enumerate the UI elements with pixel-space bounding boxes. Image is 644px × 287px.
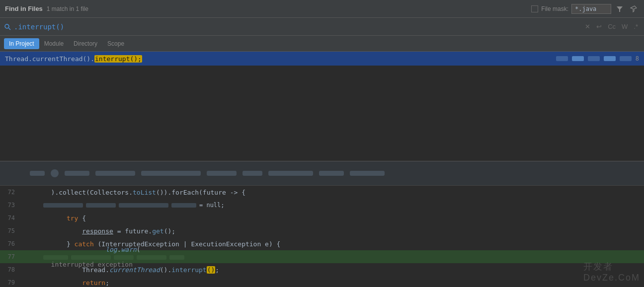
filter-icon[interactable] (614, 4, 625, 13)
blurred-divider (0, 161, 644, 186)
code-editor: 72 ).collect(Collectors.toList()).forEac… (0, 186, 644, 287)
toolbar-title: Find in Files (5, 5, 43, 12)
svg-point-1 (5, 24, 9, 28)
result-highlight: interrupt(); (94, 55, 142, 63)
result-meta: 8 (556, 55, 639, 62)
blur-block-3 (65, 171, 89, 176)
toolbar-right: File mask: (531, 4, 639, 14)
code-line-75: 75 response = future.get(); (0, 224, 644, 237)
result-code-prefix: Thread.currentThread().interrupt(); (5, 55, 142, 63)
line-num-79: 79 (0, 279, 20, 286)
meta-block-1 (556, 56, 568, 61)
tab-scope[interactable]: Scope (102, 38, 129, 49)
regex-button[interactable]: .* (632, 22, 640, 31)
line-content-74: try { (20, 215, 86, 222)
tab-module[interactable]: Module (39, 38, 69, 49)
line-content-79: return; (20, 279, 109, 287)
line-num-77: 77 (0, 253, 20, 260)
code-line-79: 79 return; (0, 276, 644, 287)
blur-block-1 (30, 171, 45, 176)
tab-directory[interactable]: Directory (69, 38, 102, 49)
line-num-73: 73 (0, 202, 20, 209)
line-num-75: 75 (0, 227, 20, 234)
line-num-72: 72 (0, 189, 20, 196)
file-mask-label: File mask: (541, 5, 568, 12)
file-mask-input[interactable] (571, 4, 611, 14)
tab-in-project[interactable]: In Project (4, 38, 39, 49)
clear-search-button[interactable]: ✕ (583, 22, 592, 31)
match-info: 1 match in 1 file (47, 5, 88, 12)
blur-block-2 (51, 169, 59, 177)
blur-block-10 (350, 171, 385, 176)
line-content-75: response = future.get(); (20, 227, 175, 235)
blur-block-5 (141, 171, 201, 176)
line-num-76: 76 (0, 240, 20, 247)
blur-block-7 (242, 171, 262, 176)
case-sensitive-button[interactable]: Cc (606, 22, 618, 31)
top-toolbar: Find in Files 1 match in 1 file File mas… (0, 0, 644, 18)
meta-block-4 (604, 56, 616, 61)
blur-block-6 (207, 171, 237, 176)
blur-block-4 (95, 171, 135, 176)
blur-block-8 (268, 171, 313, 176)
result-row[interactable]: Thread.currentThread().interrupt(); 8 (0, 52, 644, 66)
whole-word-button[interactable]: W (620, 22, 630, 31)
search-actions: ✕ ↩ Cc W .* (583, 22, 640, 31)
svg-line-2 (9, 28, 11, 30)
blur-block-9 (319, 171, 344, 176)
pin-icon[interactable] (628, 4, 639, 13)
line-content-78: Thread.currentThread().interrupt(); (20, 266, 219, 274)
scope-tabs: In Project Module Directory Scope (0, 36, 644, 52)
line-num-74: 74 (0, 215, 20, 221)
results-area: Thread.currentThread().interrupt(); 8 (0, 52, 644, 161)
meta-block-5 (620, 56, 632, 61)
replace-icon-button[interactable]: ↩ (594, 22, 604, 31)
search-magnifier-icon (4, 23, 11, 30)
result-line-num: 8 (636, 55, 639, 62)
search-input[interactable] (14, 23, 580, 31)
line-content-73: = null; (20, 194, 225, 216)
code-line-77: 77 log.warn( interrupted exception (0, 250, 644, 263)
line-num-78: 78 (0, 266, 20, 273)
meta-block-2 (572, 56, 584, 61)
meta-block-3 (588, 56, 600, 61)
file-mask-checkbox[interactable] (531, 5, 538, 12)
search-bar: ✕ ↩ Cc W .* (0, 18, 644, 36)
code-line-73: 73 = null; (0, 199, 644, 212)
svg-marker-0 (617, 6, 623, 12)
